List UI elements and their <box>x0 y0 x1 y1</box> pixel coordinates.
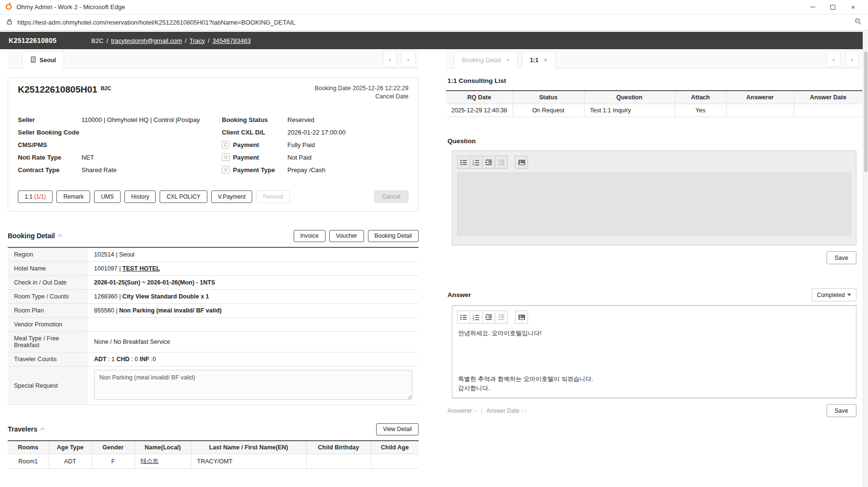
cxl-policy-button[interactable]: CXL POLICY <box>160 190 207 203</box>
outdent-icon[interactable] <box>495 156 508 169</box>
invoice-button[interactable]: Invoice <box>294 230 326 242</box>
cancel-booking-button[interactable]: Cancel <box>374 190 408 203</box>
left-tab-strip: Seoul ‹ › <box>8 49 419 68</box>
chevron-right-icon: › <box>407 55 409 63</box>
answer-content-area[interactable]: 안녕하세요. 오마이호텔입니다! 특별한 추억과 함께하는 오마이호텔이 되겠습… <box>452 324 856 398</box>
travelers-title[interactable]: Travelers <box>8 425 45 433</box>
history-button[interactable]: History <box>124 190 156 203</box>
question-title: Question <box>448 137 862 145</box>
remark-button[interactable]: Remark <box>56 190 90 203</box>
customer-phone-link[interactable]: 34546783463 <box>212 37 251 44</box>
row-special-request: Special Request Non Parking (meal invali… <box>8 366 419 405</box>
answer-title: Answer <box>448 291 471 298</box>
row-vendor-promotion: Vendor Promotion <box>8 318 419 332</box>
booking-summary-card: K25122610805H01 B2C Booking Date 2025-12… <box>8 77 419 212</box>
zoom-indicator-icon[interactable] <box>854 18 862 27</box>
close-button[interactable]: × <box>843 0 863 14</box>
booking-detail-title[interactable]: Booking Detail <box>8 232 62 240</box>
bullet-list-icon[interactable] <box>457 156 470 169</box>
question-editor: 123 <box>452 150 856 245</box>
close-icon[interactable]: × <box>544 57 547 64</box>
question-content-area <box>457 173 851 235</box>
answer-status-dropdown[interactable]: Completed <box>812 288 856 301</box>
svg-text:3: 3 <box>473 163 474 166</box>
field-client-cxl-dl: Client CXL D/L 2026-01-22 17:00:00 <box>222 126 408 138</box>
consulting-row[interactable]: 2025-12-29 12:40:38 On Request Test 1:1 … <box>446 104 862 117</box>
travelers-table: Rooms Age Type Gender Name(Local) Last N… <box>8 440 419 469</box>
answer-header: Answer Completed <box>446 288 856 301</box>
answer-editor: 123 안녕하세요. 오마이호텔입니다! <box>452 305 856 398</box>
panel-prev-button[interactable]: ‹ <box>827 51 841 67</box>
row-traveler-counts: Traveler Counts ADT : 1 CHD : 0 INF :0 <box>8 352 419 366</box>
panel-next-button[interactable]: › <box>845 51 859 67</box>
answer-save-button[interactable]: Save <box>827 404 857 417</box>
panel-prev-button[interactable]: ‹ <box>383 51 397 67</box>
lock-icon <box>6 18 13 27</box>
url-bar[interactable]: https://test-adm.ohmyhotel.com/reservati… <box>0 14 868 31</box>
minimize-icon <box>810 7 815 7</box>
svg-text:3: 3 <box>473 318 474 321</box>
customer-email-link[interactable]: tracytestomh@gmail.com <box>111 37 182 44</box>
url-text[interactable]: https://test-adm.ohmyhotel.com/reservati… <box>17 19 854 26</box>
indent-icon[interactable] <box>482 311 495 324</box>
hotel-link[interactable]: TEST HOTEL <box>122 265 160 272</box>
row-region: Region102514 | Seoul <box>8 247 419 262</box>
row-checkin-out: Check in / Out Date2026-01-25(Sun) ~ 202… <box>8 276 419 290</box>
panel-next-button[interactable]: › <box>401 51 415 67</box>
vertical-scrollbar[interactable] <box>863 31 868 487</box>
right-panel: Booking Detail × 1:1 × ‹ › 1:1 Consultin… <box>446 49 862 487</box>
booking-detail-section-header: Booking Detail Invoice Voucher Booking D… <box>8 230 419 242</box>
v-payment-button[interactable]: V.Payment <box>211 190 253 203</box>
chevron-down-icon <box>847 294 851 296</box>
voucher-button[interactable]: Voucher <box>329 230 364 242</box>
traveler-local-name-link[interactable]: 테스트 <box>141 458 159 464</box>
ohmy-logo-icon <box>5 2 13 12</box>
travelers-section-header: Travelers View Detail <box>8 423 419 435</box>
answerer-value: Answerer: - <box>448 407 477 414</box>
chevron-right-icon: › <box>851 55 853 63</box>
maximize-button[interactable] <box>823 0 843 14</box>
ums-button[interactable]: UMS <box>94 190 121 203</box>
image-icon[interactable] <box>515 311 528 324</box>
field-seller-booking-code: Seller Booking Code <box>18 126 204 138</box>
resend-button[interactable]: Resend <box>256 190 289 203</box>
special-request-textarea[interactable]: Non Parking (meal invalid/ BF valid) <box>94 370 412 400</box>
chevron-left-icon: ‹ <box>389 55 391 63</box>
channel-label: B2C <box>91 37 103 44</box>
numbered-list-icon[interactable]: 123 <box>470 311 483 324</box>
close-icon[interactable]: × <box>506 57 510 64</box>
bullet-list-icon[interactable] <box>457 311 470 324</box>
answer-date-value: Answer Date : - <box>486 407 526 414</box>
booking-channel-badge: B2C <box>101 85 111 101</box>
window-title: Ohmy Admin - Work 2 - Microsoft Edge <box>16 3 125 11</box>
field-seller: Seller 110000 | Ohmyhotel HQ | Control |… <box>18 113 204 126</box>
field-cms-pms: CMS/PMS <box>18 138 204 151</box>
row-room-type: Room Type / Counts1268360 | City View St… <box>8 290 419 304</box>
booking-code: K25122610805H01 <box>18 84 97 101</box>
customer-breadcrumb: B2C / tracytestomh@gmail.com / Tracy / 3… <box>91 37 251 44</box>
booking-detail-button[interactable]: Booking Detail <box>368 230 419 242</box>
consulting-list-title: 1:1 Consulting List <box>448 77 862 84</box>
numbered-list-icon[interactable]: 123 <box>470 156 483 169</box>
scrollbar-thumb[interactable] <box>864 52 868 172</box>
minimize-button[interactable] <box>802 0 823 14</box>
right-tab-strip: Booking Detail × 1:1 × ‹ › <box>446 49 862 68</box>
outdent-icon[interactable] <box>495 311 508 324</box>
booking-fields-left: Seller 110000 | Ohmyhotel HQ | Control |… <box>18 113 204 176</box>
chevron-left-icon: ‹ <box>832 55 835 63</box>
field-v-payment-type: VPayment Type Prepay /Cash <box>222 163 408 176</box>
question-save-button[interactable]: Save <box>827 251 857 264</box>
cancel-date: Cancel Date <box>314 93 408 101</box>
hotel-tab-seoul[interactable]: Seoul <box>22 52 64 68</box>
consulting-header-row: RQ Date Status Question Attach Answerer … <box>446 91 862 104</box>
consulting-button[interactable]: 1:1(1/1) <box>18 190 53 203</box>
booking-fields-right: Booking Status Reserved Client CXL D/L 2… <box>222 113 408 176</box>
collapse-chevron-icon <box>40 427 45 432</box>
tab-one-to-one[interactable]: 1:1 × <box>522 52 556 68</box>
tab-booking-detail[interactable]: Booking Detail × <box>454 52 518 68</box>
customer-name-link[interactable]: Tracy <box>190 37 205 44</box>
image-icon[interactable] <box>515 156 528 169</box>
view-detail-button[interactable]: View Detail <box>376 423 419 435</box>
indent-icon[interactable] <box>482 156 495 169</box>
field-noti-rate-type: Noti Rate Type NET <box>18 151 204 163</box>
